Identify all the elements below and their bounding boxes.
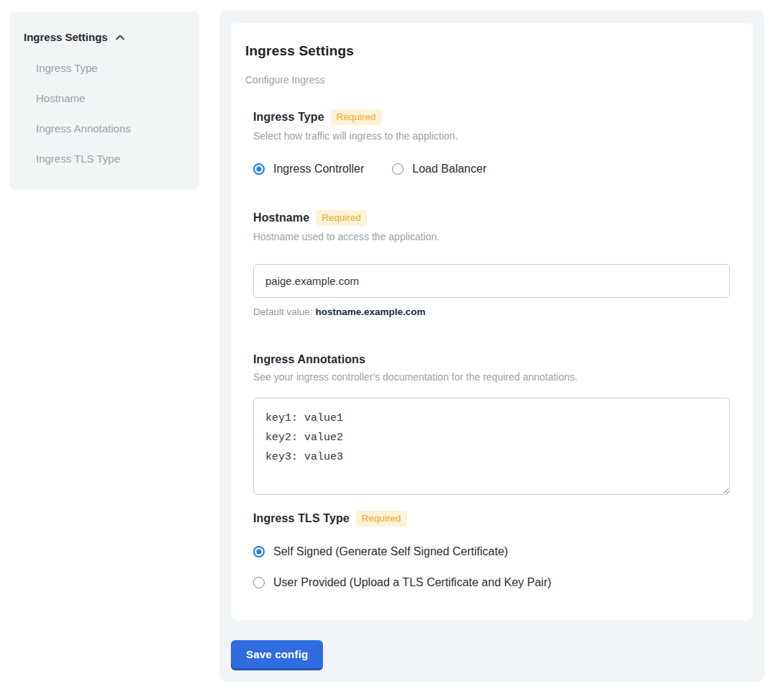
ingress-type-help: Select how traffic will ingress to the a… [253,130,739,142]
hostname-label: Hostname [253,211,309,224]
required-badge: Required [316,210,367,226]
settings-sidebar: Ingress Settings Ingress Type Hostname I… [9,12,199,190]
required-badge: Required [331,109,382,125]
ingress-type-label: Ingress Type [253,111,324,124]
radio-self-signed[interactable]: Self Signed (Generate Self Signed Certif… [253,545,739,558]
ingress-annotations-label: Ingress Annotations [253,353,365,366]
page-subtitle: Configure Ingress [245,74,739,86]
radio-icon [253,577,265,588]
hostname-help: Hostname used to access the application. [253,231,739,242]
ingress-tls-type-label: Ingress TLS Type [253,512,350,525]
radio-load-balancer[interactable]: Load Balancer [392,163,486,176]
ingress-annotations-help: See your ingress controller's documentat… [253,371,739,383]
hostname-default-hint: Default value:hostname.example.com [253,306,739,317]
radio-label: User Provided (Upload a TLS Certificate … [273,576,552,589]
sidebar-section-toggle[interactable]: Ingress Settings [24,30,185,43]
sidebar-item-hostname[interactable]: Hostname [36,91,185,105]
sidebar-item-ingress-type[interactable]: Ingress Type [36,61,185,75]
radio-user-provided[interactable]: User Provided (Upload a TLS Certificate … [253,576,739,589]
radio-label: Load Balancer [412,163,486,176]
radio-label: Self Signed (Generate Self Signed Certif… [273,545,508,558]
settings-panel: Ingress Settings Configure Ingress Ingre… [219,10,765,682]
radio-icon [253,546,265,557]
page-title: Ingress Settings [245,43,739,59]
radio-ingress-controller[interactable]: Ingress Controller [253,163,364,176]
sidebar-item-ingress-annotations[interactable]: Ingress Annotations [36,122,185,135]
field-ingress-tls-type: Ingress TLS Type Required Self Signed (G… [253,511,739,589]
ingress-annotations-textarea[interactable]: key1: value1 key2: value2 key3: value3 [253,398,730,495]
field-ingress-annotations: Ingress Annotations See your ingress con… [253,353,739,495]
required-badge: Required [356,511,407,527]
radio-label: Ingress Controller [273,163,364,176]
field-ingress-type: Ingress Type Required Select how traffic… [253,109,739,176]
default-value-prefix: Default value: [253,306,313,317]
ingress-settings-card: Ingress Settings Configure Ingress Ingre… [231,23,753,620]
form-fields: Ingress Type Required Select how traffic… [253,109,739,589]
sidebar-item-ingress-tls-type[interactable]: Ingress TLS Type [36,152,185,165]
radio-icon [253,163,265,175]
ingress-type-options: Ingress Controller Load Balancer [253,163,739,176]
save-config-button[interactable]: Save config [231,640,323,668]
chevron-up-icon[interactable] [114,32,126,43]
field-hostname: Hostname Required Hostname used to acces… [253,210,739,317]
hostname-input[interactable] [253,264,730,298]
default-value-text: hostname.example.com [316,306,426,317]
ingress-tls-type-options: Self Signed (Generate Self Signed Certif… [253,545,739,589]
radio-icon [392,163,404,175]
sidebar-item-list: Ingress Type Hostname Ingress Annotation… [36,61,185,165]
sidebar-section-title: Ingress Settings [24,31,108,43]
